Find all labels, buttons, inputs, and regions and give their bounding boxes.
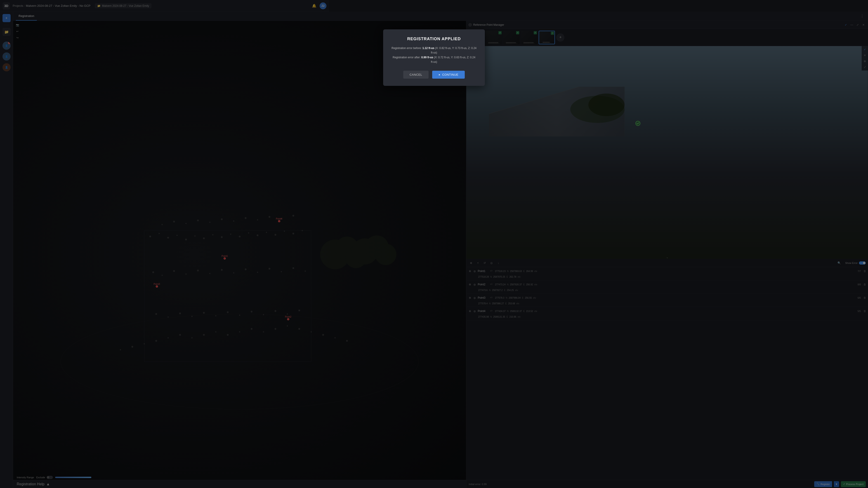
modal-overlay: REGISTRATION APPLIED Registration error … xyxy=(0,0,329,184)
